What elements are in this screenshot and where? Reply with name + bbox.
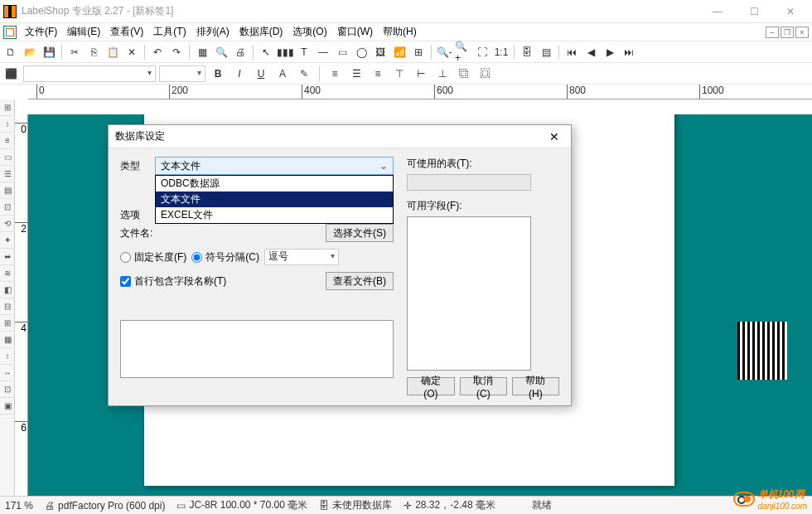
fixed-length-radio[interactable]: 固定长度(F): [120, 250, 186, 264]
tool-12[interactable]: ◧: [0, 282, 15, 298]
tool-2[interactable]: ↕: [0, 116, 15, 133]
ungroup-icon[interactable]: ⿴: [476, 65, 495, 83]
menu-选项(O)[interactable]: 选项(O): [288, 24, 331, 41]
barcode-object[interactable]: [737, 322, 787, 380]
redo-icon[interactable]: ↷: [167, 43, 186, 61]
type-option-odbc[interactable]: ODBC数据源: [156, 176, 393, 192]
database-icon[interactable]: 🗄: [518, 43, 536, 61]
menu-编辑(E)[interactable]: 编辑(E): [62, 24, 105, 41]
image-icon[interactable]: 🖼: [371, 43, 389, 61]
lock-icon[interactable]: ⊞: [409, 43, 428, 61]
ok-button[interactable]: 确定(O): [407, 377, 455, 395]
menu-文件(F)[interactable]: 文件(F): [20, 24, 62, 41]
mdi-minimize-button[interactable]: –: [766, 27, 779, 38]
view-file-button[interactable]: 查看文件(B): [326, 272, 394, 290]
menu-查看(V)[interactable]: 查看(V): [105, 24, 148, 41]
group-icon[interactable]: ⿻: [455, 65, 473, 83]
align-right-icon[interactable]: ≡: [369, 65, 387, 83]
first-row-checkbox[interactable]: 首行包含字段名称(T): [120, 274, 226, 289]
delimiter-radio[interactable]: 符号分隔(C): [191, 250, 259, 264]
delete-icon[interactable]: ✕: [123, 43, 141, 61]
tool-19[interactable]: ▣: [0, 398, 15, 415]
first-icon[interactable]: ⏮: [563, 43, 581, 61]
preview-icon[interactable]: 🔍: [212, 43, 230, 61]
help-button[interactable]: 帮助(H): [512, 377, 559, 395]
paste-icon[interactable]: 📋: [104, 43, 122, 61]
line-icon[interactable]: ―: [314, 43, 332, 61]
tool-9[interactable]: ✦: [0, 232, 15, 249]
preview-listbox[interactable]: [120, 320, 394, 378]
type-select[interactable]: 文本文件 ODBC数据源 文本文件 EXCEL文件: [155, 157, 394, 175]
underline-icon[interactable]: U: [252, 65, 270, 83]
last-icon[interactable]: ⏭: [620, 43, 638, 61]
dialog-close-button[interactable]: ✕: [544, 127, 564, 147]
menu-工具(T)[interactable]: 工具(T): [148, 24, 191, 41]
tool-7[interactable]: ⊡: [0, 199, 15, 216]
tool-4[interactable]: ▭: [0, 149, 15, 166]
tool-13[interactable]: ⊟: [0, 298, 15, 315]
fields-listbox[interactable]: [407, 216, 531, 371]
highlight-icon[interactable]: ✎: [295, 65, 313, 83]
menu-排列(A)[interactable]: 排列(A): [191, 24, 234, 41]
tool-17[interactable]: ↔: [0, 365, 15, 381]
text-icon[interactable]: T: [295, 43, 313, 61]
type-option-text[interactable]: 文本文件: [156, 192, 393, 207]
type-option-excel[interactable]: EXCEL文件: [156, 207, 393, 223]
bold-icon[interactable]: B: [209, 65, 227, 83]
pointer-icon[interactable]: ↖: [257, 43, 275, 61]
tool-18[interactable]: ⊡: [0, 381, 15, 398]
zoom-out-icon[interactable]: 🔍-: [435, 43, 453, 61]
zoom-fit-icon[interactable]: ⛶: [473, 43, 491, 61]
rect-icon[interactable]: ▭: [333, 43, 351, 61]
tool-1[interactable]: ⊞: [0, 99, 15, 116]
menu-帮助(H)[interactable]: 帮助(H): [378, 24, 422, 41]
zoom-actual-icon[interactable]: 1:1: [492, 43, 510, 61]
menu-窗口(W)[interactable]: 窗口(W): [332, 24, 378, 41]
tool-5[interactable]: ☰: [0, 166, 15, 182]
mdi-close-button[interactable]: ×: [795, 27, 809, 38]
zoom-in-icon[interactable]: 🔍+: [454, 43, 472, 61]
close-button[interactable]: ✕: [772, 1, 809, 22]
table-icon[interactable]: ▤: [537, 43, 555, 61]
cut-icon[interactable]: ✂: [65, 43, 84, 61]
ellipse-icon[interactable]: ◯: [352, 43, 370, 61]
align-bottom-icon[interactable]: ⊥: [433, 65, 452, 83]
tool-16[interactable]: ↕: [0, 348, 15, 365]
tables-combo[interactable]: [407, 174, 531, 191]
italic-icon[interactable]: I: [230, 65, 249, 83]
align-top-icon[interactable]: ⊤: [390, 65, 408, 83]
align-left-icon[interactable]: ≡: [326, 65, 344, 83]
cancel-button[interactable]: 取消(C): [460, 377, 507, 395]
undo-icon[interactable]: ↶: [148, 43, 167, 61]
font-combo[interactable]: [23, 65, 156, 82]
delimiter-combo[interactable]: 逗号: [264, 249, 339, 265]
page-setup-icon[interactable]: ▦: [193, 43, 211, 61]
tool-8[interactable]: ⟲: [0, 216, 15, 232]
minimize-button[interactable]: —: [699, 1, 736, 22]
next-icon[interactable]: ▶: [601, 43, 619, 61]
tool-6[interactable]: ▤: [0, 182, 15, 199]
tool-14[interactable]: ⊞: [0, 315, 15, 332]
align-middle-icon[interactable]: ⊢: [412, 65, 430, 83]
mdi-restore-button[interactable]: ❐: [781, 27, 794, 38]
select-file-button[interactable]: 选择文件(S): [326, 224, 394, 242]
color-icon[interactable]: ⬛: [2, 65, 20, 83]
size-combo[interactable]: [159, 65, 205, 82]
menu-数据库(D)[interactable]: 数据库(D): [234, 24, 288, 41]
save-icon[interactable]: 💾: [40, 43, 58, 61]
tool-3[interactable]: ≡: [0, 133, 15, 149]
type-label: 类型: [120, 159, 150, 173]
barcode-icon[interactable]: ▮▮▮: [276, 43, 294, 61]
tool-15[interactable]: ▦: [0, 332, 15, 348]
copy-icon[interactable]: ⎘: [85, 43, 103, 61]
tool-11[interactable]: ≋: [0, 265, 15, 282]
new-icon[interactable]: 🗋: [2, 43, 20, 61]
align-center-icon[interactable]: ☰: [347, 65, 365, 83]
maximize-button[interactable]: ☐: [736, 1, 772, 22]
open-icon[interactable]: 📂: [21, 43, 39, 61]
prev-icon[interactable]: ◀: [582, 43, 600, 61]
print-icon[interactable]: 🖨: [231, 43, 249, 61]
tool-10[interactable]: ⬌: [0, 249, 15, 265]
font-color-icon[interactable]: A: [273, 65, 292, 83]
wifi-icon[interactable]: 📶: [390, 43, 408, 61]
